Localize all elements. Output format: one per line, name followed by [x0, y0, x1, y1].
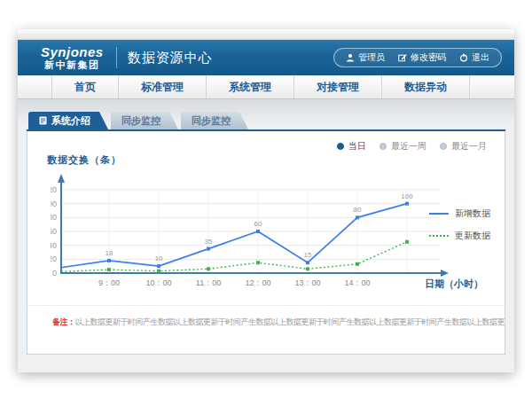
user-menu: 管理员修改密码退出 — [333, 48, 502, 67]
filter-label: 最近一月 — [451, 140, 487, 153]
svg-text:0: 0 — [52, 269, 57, 278]
line-chart: 0204060801001209：0010：0011：0012：0013：001… — [51, 168, 467, 303]
data-point — [306, 267, 309, 270]
note-label: 备注： — [52, 317, 75, 326]
y-axis-title: 数据交换（条） — [47, 153, 121, 167]
data-point — [157, 264, 160, 268]
legend-item-updated-data-series: 更新数据 — [429, 230, 490, 242]
filter-today[interactable]: 当日 — [337, 140, 366, 153]
user-menu-item-change-password[interactable]: 修改密码 — [398, 51, 446, 64]
data-point — [107, 268, 111, 271]
note-text: 以上数据更新于时间产生数据以上数据更新于时间产生数据以上数据更新于时间产生数据以… — [75, 317, 505, 326]
user-menu-item-logout[interactable]: 退出 — [459, 51, 489, 64]
filter-last-month[interactable]: 最近一月 — [440, 140, 487, 153]
tab-label: 同步监控 — [121, 114, 160, 128]
content-area: 系统介绍同步监控同步监控 当日最近一周最近一月 数据交换（条） 02040608… — [18, 99, 514, 372]
svg-text:9：00: 9：00 — [98, 278, 120, 287]
data-point — [405, 202, 409, 206]
x-axis-arrow — [441, 270, 449, 277]
legend-item-new-data-series: 新增数据 — [429, 207, 490, 220]
svg-text:60: 60 — [51, 227, 57, 236]
nav-item-home[interactable]: 首页 — [51, 75, 119, 98]
radio-icon — [337, 143, 344, 150]
data-point-label: 18 — [106, 249, 113, 257]
chart-legend: 新增数据更新数据 — [429, 207, 490, 242]
app-header: Synjones 新中新集团 数据资源中心 管理员修改密码退出 — [18, 40, 514, 75]
data-point-label: 100 — [401, 192, 413, 200]
logo-subtitle: 新中新集团 — [41, 59, 104, 70]
data-point — [157, 270, 160, 273]
logo: Synjones 新中新集团 — [41, 45, 104, 71]
legend-label: 新增数据 — [455, 207, 490, 220]
filter-label: 当日 — [348, 140, 366, 153]
app-title: 数据资源中心 — [128, 50, 213, 66]
data-point — [207, 267, 210, 270]
tab-label: 系统介绍 — [51, 114, 90, 128]
user-menu-label: 修改密码 — [411, 51, 446, 64]
tab-sync-monitor-1[interactable]: 同步监控 — [111, 112, 178, 129]
note: 备注：以上数据更新于时间产生数据以上数据更新于时间产生数据以上数据更新于时间产生… — [27, 305, 505, 328]
filter-label: 最近一周 — [391, 140, 426, 153]
data-point — [256, 230, 260, 233]
header-divider — [116, 47, 117, 68]
radio-icon — [440, 143, 447, 150]
page: Synjones 新中新集团 数据资源中心 管理员修改密码退出 首页标准管理系统… — [0, 0, 532, 399]
y-axis-arrow — [58, 174, 65, 183]
legend-swatch — [429, 213, 449, 215]
tab-label: 同步监控 — [192, 114, 231, 128]
user-menu-label: 退出 — [472, 51, 489, 64]
user-menu-item-admin-user[interactable]: 管理员 — [346, 51, 385, 64]
data-point — [306, 261, 309, 264]
nav-item-integration-mgmt[interactable]: 对接管理 — [294, 75, 382, 98]
window-chrome — [18, 29, 514, 40]
tab-system-intro[interactable]: 系统介绍 — [28, 112, 108, 129]
svg-text:14：00: 14：00 — [344, 278, 370, 287]
radio-icon — [379, 143, 387, 150]
data-point-label: 35 — [205, 238, 213, 246]
data-point-label: 10 — [155, 254, 163, 262]
data-point-label: 80 — [354, 206, 362, 214]
app-window: Synjones 新中新集团 数据资源中心 管理员修改密码退出 首页标准管理系统… — [18, 29, 514, 372]
x-axis-ticks: 9：0010：0011：0012：0013：0014：00 — [98, 278, 371, 287]
svg-text:20: 20 — [51, 254, 57, 263]
user-menu-label: 管理员 — [358, 51, 385, 64]
data-point — [356, 262, 359, 266]
svg-text:120: 120 — [51, 185, 57, 194]
legend-swatch — [429, 235, 449, 237]
nav-item-standard-mgmt[interactable]: 标准管理 — [119, 75, 207, 98]
user-icon — [346, 53, 355, 62]
svg-text:40: 40 — [51, 241, 57, 250]
data-point-label: 15 — [304, 251, 312, 259]
x-axis-title: 日期（小时） — [425, 278, 483, 291]
main-nav: 首页标准管理系统管理对接管理数据异动 — [18, 75, 514, 99]
data-point — [256, 261, 260, 264]
svg-text:11：00: 11：00 — [196, 278, 221, 287]
nav-item-system-mgmt[interactable]: 系统管理 — [207, 75, 294, 98]
logo-wordmark: Synjones — [41, 45, 104, 60]
edit-icon — [398, 53, 407, 62]
legend-label: 更新数据 — [455, 230, 490, 242]
gridlines — [61, 190, 441, 273]
svg-text:10：00: 10：00 — [145, 278, 171, 287]
svg-text:12：00: 12：00 — [245, 278, 270, 287]
svg-text:80: 80 — [51, 213, 57, 222]
data-point — [107, 259, 111, 262]
time-filter-group: 当日最近一周最近一月 — [337, 140, 487, 153]
tab-bar: 系统介绍同步监控同步监控 — [28, 112, 505, 129]
power-icon — [459, 53, 468, 62]
data-point — [207, 247, 210, 251]
doc-icon — [39, 116, 47, 125]
data-point — [356, 215, 359, 219]
filter-last-week[interactable]: 最近一周 — [379, 140, 426, 153]
data-point-label: 60 — [254, 220, 262, 228]
nav-item-data-change[interactable]: 数据异动 — [382, 75, 470, 98]
svg-text:100: 100 — [51, 200, 57, 208]
svg-text:13：00: 13：00 — [294, 278, 320, 287]
chart-card: 当日最近一周最近一月 数据交换（条） 0204060801001209：0010… — [27, 131, 505, 355]
tab-sync-monitor-2[interactable]: 同步监控 — [181, 112, 248, 129]
data-point — [405, 240, 409, 244]
y-axis-ticks: 020406080100120 — [51, 185, 57, 278]
